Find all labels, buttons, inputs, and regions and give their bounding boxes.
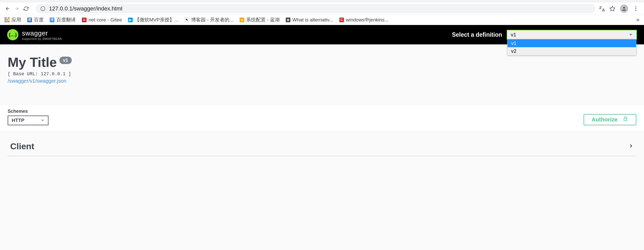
svg-point-4	[623, 7, 625, 8]
site-info-icon[interactable]	[40, 6, 45, 11]
swagger-logo-icon: {…}	[7, 29, 18, 40]
swagger-json-link[interactable]: /swagger/v1/swagger.json	[8, 78, 66, 84]
definition-selected-value: v1	[511, 32, 516, 38]
tag-client-header[interactable]: Client	[8, 137, 636, 156]
reload-button[interactable]	[21, 4, 31, 13]
url-text: 127.0.0.1/swagger/index.html	[49, 5, 122, 12]
address-bar[interactable]: 127.0.0.1/swagger/index.html	[36, 4, 596, 13]
favicon: C	[339, 18, 344, 22]
authorize-button[interactable]: Authorize	[584, 114, 636, 125]
favicon: ▶	[128, 18, 133, 22]
authorize-label: Authorize	[592, 116, 617, 123]
favicon: ☻	[240, 18, 244, 22]
schemes-select[interactable]: HTTP	[8, 116, 48, 125]
favicon: 译	[50, 18, 54, 22]
browser-tab-strip	[0, 0, 644, 3]
schemes-row: Schemes HTTP Authorize	[0, 104, 644, 132]
bookmark-overflow-icon[interactable]: »	[636, 17, 639, 23]
profile-avatar[interactable]	[620, 5, 628, 13]
operations-section: Client	[0, 132, 644, 156]
bookmark-item[interactable]: G net core - Gitee	[82, 17, 122, 23]
definition-select[interactable]: v1 v1 v2	[507, 30, 637, 40]
menu-icon[interactable]	[633, 6, 639, 12]
bookmark-item[interactable]: 度 百度	[27, 17, 44, 23]
bookmark-label: 博客园 - 开发者的...	[191, 17, 233, 23]
bookmark-item[interactable]: ✎ 博客园 - 开发者的...	[184, 17, 233, 23]
svg-point-6	[635, 8, 636, 9]
bookmark-item[interactable]: ☻ 系统配置 - 蓝湖	[240, 17, 280, 23]
bookmark-label: 【微软MVP亲授】...	[135, 17, 178, 23]
bookmark-label: windows中jenkins...	[346, 17, 389, 23]
api-title: My Title	[8, 55, 57, 70]
tag-name: Client	[10, 141, 34, 151]
svg-marker-3	[610, 6, 615, 11]
logo-main-text: swagger	[22, 29, 62, 37]
star-icon[interactable]	[609, 6, 615, 12]
swagger-topbar: {…} swagger supported by SMARTBEAR Selec…	[0, 25, 644, 44]
svg-point-5	[635, 6, 636, 7]
browser-toolbar: 127.0.0.1/swagger/index.html	[0, 3, 644, 15]
bookmark-label: 系统配置 - 蓝湖	[246, 17, 280, 23]
bookmark-item[interactable]: ⊞ What is alternativ...	[286, 17, 333, 23]
schemes-label: Schemes	[8, 109, 48, 114]
bookmark-label: 百度	[34, 17, 44, 23]
bookmark-item[interactable]: C windows中jenkins...	[339, 17, 389, 23]
chevron-down-icon	[41, 118, 44, 123]
definition-option-v1[interactable]: v1	[507, 39, 636, 47]
swagger-logo[interactable]: {…} swagger supported by SMARTBEAR	[7, 29, 62, 40]
bookmark-label: 百度翻译	[56, 17, 76, 23]
version-badge: v1	[59, 57, 72, 64]
apps-grid-icon	[5, 17, 9, 22]
svg-point-7	[635, 10, 636, 11]
unlock-icon	[623, 116, 628, 123]
apps-shortcut[interactable]: 应用	[5, 17, 21, 23]
bookmark-item[interactable]: 译 百度翻译	[50, 17, 76, 23]
definition-label: Select a definition	[452, 31, 502, 38]
definition-option-v2[interactable]: v2	[507, 47, 636, 55]
favicon: ⊞	[286, 18, 290, 22]
bookmark-item[interactable]: ▶ 【微软MVP亲授】...	[128, 17, 178, 23]
translate-icon[interactable]	[599, 6, 605, 12]
bookmark-label: net core - Gitee	[89, 17, 122, 23]
base-url: [ Base URL: 127.0.0.1 ]	[8, 71, 636, 77]
logo-sub-text: supported by SMARTBEAR	[22, 37, 62, 40]
bookmark-bar: 应用 度 百度 译 百度翻译 G net core - Gitee ▶ 【微软M…	[0, 15, 644, 25]
definition-dropdown: v1 v2	[507, 39, 636, 55]
favicon: 度	[27, 18, 32, 22]
back-button[interactable]	[3, 4, 12, 13]
schemes-selected-value: HTTP	[12, 118, 24, 123]
forward-button[interactable]	[12, 4, 21, 13]
bookmark-label: 应用	[11, 17, 21, 23]
favicon: G	[82, 18, 86, 22]
chevron-down-icon	[629, 32, 633, 38]
bookmark-label: What is alternativ...	[292, 17, 333, 23]
favicon: ✎	[184, 18, 189, 22]
browser-right-icons	[599, 5, 641, 13]
chevron-right-icon	[628, 143, 634, 150]
